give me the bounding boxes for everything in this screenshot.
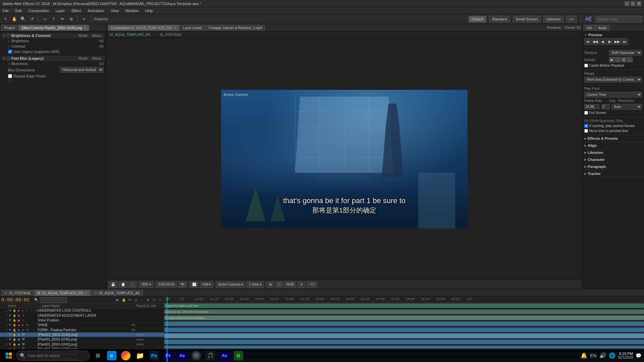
blur-dimensions-dropdown[interactable]: Horizontal and Vertical Horizontal Verti… (60, 67, 104, 73)
timeline-tab-ae[interactable]: 03_AQUA_TEMPLATE_AE (91, 290, 143, 296)
views-dropdown[interactable]: 1 View ▾ (247, 282, 264, 288)
fullscreen-checkbox[interactable] (584, 111, 588, 115)
layer-4-fx[interactable]: fx (25, 323, 30, 327)
preview-play[interactable]: ▶ (606, 38, 613, 45)
timeline-ruler[interactable]: 00f 12f 01:00f 01:12f 02:00f 02:12f 03:0… (164, 297, 644, 303)
taskbar-language-icon[interactable]: EN (590, 353, 596, 358)
layer-1-lock[interactable]: 🔓 (12, 309, 16, 313)
layer-7-color[interactable]: ■ (17, 338, 21, 342)
layer-5-color[interactable]: ■ (17, 328, 21, 332)
minimize-button[interactable]: ─ (625, 1, 629, 6)
taskbar-app-ps[interactable]: Ps (148, 349, 160, 362)
taskbar-volume-icon[interactable]: 🔊 (599, 352, 606, 359)
workspace-libraries[interactable]: Libraries (543, 16, 564, 22)
menu-window[interactable]: Window (124, 8, 140, 13)
fastblur-about[interactable]: About... (92, 57, 104, 60)
layer-row-5[interactable]: 5 👁 🔓 ■ ▶ fx FORM - Floating Particles /… (0, 328, 164, 333)
bg-transparent[interactable]: ⬜ (190, 282, 199, 288)
resolution-dropdown[interactable]: Auto (612, 104, 642, 110)
effect-fastblur-header[interactable]: ▼ Fast Blur (Legacy) Reset About... (1, 56, 105, 61)
menu-edit[interactable]: Edit (14, 8, 23, 13)
layer-3-lock[interactable]: 🔓 (12, 318, 16, 322)
taskbar-app-ae2[interactable]: Ae (218, 349, 231, 362)
exposure-btn[interactable]: ☀ (298, 282, 305, 288)
effect-brightness-about[interactable]: About... (92, 34, 104, 38)
quality-dropdown[interactable]: Half ▾ (200, 282, 213, 288)
menu-view[interactable]: View (109, 8, 120, 13)
contrast-value[interactable]: -40 (87, 44, 104, 48)
fps-input[interactable] (584, 104, 599, 109)
layer-3-null[interactable]: ◎ (21, 318, 25, 322)
layer-7-link[interactable]: None (137, 338, 163, 341)
comp-tab-main[interactable]: Composition 02_AQUA_TEMPLATE_RG ✕ (108, 25, 179, 31)
taskbar-app-extra1[interactable]: 🎵 (204, 349, 217, 362)
repeat-edge-checkbox[interactable] (8, 74, 12, 78)
layer-2-lock[interactable]: 🔒 (12, 313, 16, 317)
layer-4-lock[interactable]: 🔓 (12, 323, 16, 327)
taskbar-notification-icon[interactable]: 🔔 (581, 352, 587, 359)
layer-row-8[interactable]: 8 👁 🔓 ■ 🖼 [Plant03_[0001-0240].png] None (0, 342, 164, 347)
libraries-section[interactable]: ▶ Libraries (582, 149, 644, 156)
tl-eye-btn[interactable]: 👁 (127, 297, 132, 303)
track-6-bar[interactable] (164, 334, 644, 338)
tool-rect[interactable]: ▭ (41, 15, 49, 23)
viewer-draft[interactable]: 📋 (119, 282, 127, 288)
effects-presets-section[interactable]: ▶ Effects & Presets (582, 135, 644, 142)
workspace-small-screen[interactable]: Small Screen (513, 16, 541, 22)
tl-add-layer-btn[interactable]: + (157, 297, 163, 303)
layer-7-eye[interactable]: 👁 (8, 338, 12, 342)
layer-row-1[interactable]: 1 👁 🔓 ■ ▶ fx ◻ ⊕ UNDERWATER LOOK CONTROL… (0, 308, 164, 313)
channels-btn[interactable]: RGB (284, 282, 297, 288)
taskbar-search-box[interactable]: 🔍 Type here to search (16, 351, 90, 361)
layer-2-color[interactable]: ■ (17, 313, 21, 317)
include-video[interactable]: ▶ (609, 57, 614, 62)
layer-1-eye[interactable]: 👁 (8, 309, 12, 313)
cache-before-checkbox[interactable] (584, 64, 588, 67)
layer-1-switches[interactable]: ⊕ (34, 309, 38, 313)
range-dropdown[interactable]: Work Area Extended by Current... (584, 77, 642, 82)
layer-row-2[interactable]: 2 👁 🔒 ■ ⊞ UNDERWATER ADJUSTMENT LAYER (0, 313, 164, 318)
comp-tab-layer[interactable]: Layer (none) (180, 25, 205, 31)
layer-4-eye[interactable]: 👁 (8, 323, 12, 327)
layer-5-fx[interactable]: fx (25, 328, 30, 332)
taskbar-app-pr[interactable]: Pr (162, 349, 174, 362)
tl-guide-btn[interactable]: ◻ (151, 297, 157, 303)
preview-back[interactable]: ◀ (599, 38, 606, 45)
timeline-tab-main[interactable]: 02_AQUA_TEMPLATE_RG ✕ (35, 290, 91, 296)
playhead[interactable] (167, 297, 167, 302)
menu-help[interactable]: Help (144, 8, 154, 13)
track-1-bar[interactable]: Adjust the Water Look Here (164, 303, 644, 308)
taskbar-app-taskview[interactable]: ⊞ (91, 349, 104, 362)
tl-lock-btn[interactable]: 🔒 (121, 297, 126, 303)
layer-6-link[interactable]: None (137, 333, 163, 337)
tl-search-input[interactable] (40, 297, 67, 303)
comp-tab-footage[interactable]: Footage: Dancer w Particles_1.mp4 (206, 25, 265, 31)
track-5-bar[interactable] (164, 327, 644, 332)
preview-step-back[interactable]: ◀◀ (592, 38, 598, 45)
ae-icon[interactable]: AE (585, 15, 592, 23)
layer-4-video[interactable]: ▶ (21, 323, 25, 327)
layer-8-link[interactable]: None (137, 343, 163, 346)
tab-audio[interactable]: Audio (595, 25, 610, 31)
tab-info[interactable]: Info (584, 25, 595, 31)
taskbar-start-button[interactable] (3, 350, 15, 361)
menu-composition[interactable]: Composition (27, 8, 50, 13)
workspace-standard[interactable]: Standard (489, 16, 510, 22)
workspace-more[interactable]: >> (566, 16, 577, 22)
tool-align[interactable]: ≡ (80, 15, 88, 23)
shortcut-dropdown[interactable]: Shift+Spacebar (609, 50, 642, 56)
preview-first-frame[interactable]: ⏮ (584, 38, 591, 45)
track-2-bar[interactable]: Leave at top. UNLOCK to customize. (164, 309, 644, 314)
tl-play-btn[interactable]: ▶ (115, 297, 120, 303)
taskbar-app-edge[interactable]: e (105, 349, 118, 362)
move-time-checkbox[interactable] (584, 129, 588, 133)
track-4-bar[interactable] (164, 321, 644, 326)
green-btn[interactable]: +0D (307, 282, 318, 288)
tl-solo-btn[interactable]: ◎ (133, 297, 139, 303)
tab-project[interactable]: Project (1, 25, 18, 31)
include-audio[interactable]: ♪ (615, 57, 621, 62)
layer-4-color[interactable]: ■ (17, 323, 21, 327)
include-more[interactable]: … (627, 57, 633, 62)
layer-2-adj[interactable]: ⊞ (21, 313, 25, 317)
maximize-button[interactable]: □ (631, 1, 635, 6)
